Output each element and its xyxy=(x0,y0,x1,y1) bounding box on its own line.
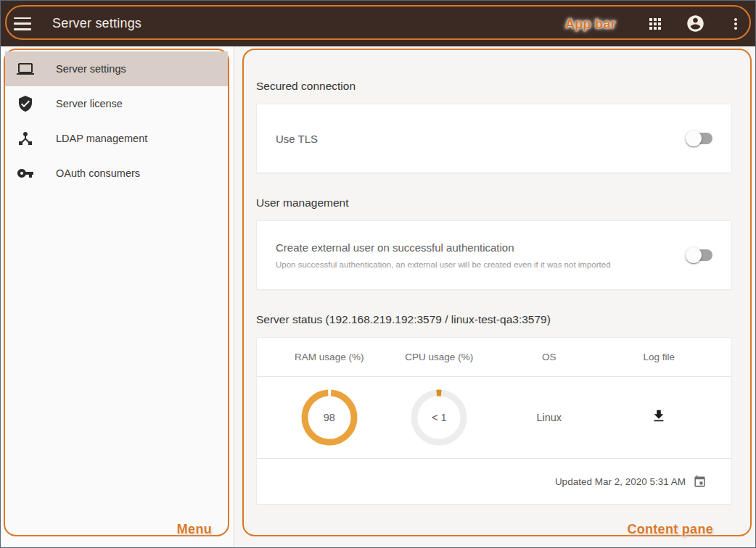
cpu-usage-donut: < 1 xyxy=(410,389,468,447)
status-table-row: 98 < 1 Linux xyxy=(257,377,731,459)
more-vert-icon[interactable] xyxy=(727,15,744,33)
status-table-header: RAM usage (%) CPU usage (%) OS Log file xyxy=(257,338,731,377)
page-title: Server settings xyxy=(52,16,141,31)
shield-check-icon xyxy=(17,95,34,112)
ram-usage-value: 98 xyxy=(300,389,358,447)
app-bar: Server settings App bar xyxy=(1,1,755,46)
sidebar-item-ldap-management[interactable]: LDAP management xyxy=(5,121,228,156)
menu-annotation-label: Menu xyxy=(177,522,212,537)
computer-icon xyxy=(17,60,34,78)
column-header-ram: RAM usage (%) xyxy=(274,352,385,362)
sidebar-item-server-license[interactable]: Server license xyxy=(5,86,228,121)
key-icon xyxy=(17,165,34,182)
create-external-user-label: Create external user on successful authe… xyxy=(276,241,635,254)
sidebar-item-label: LDAP management xyxy=(56,133,147,144)
server-status-heading: Server status (192.168.219.192:3579 / li… xyxy=(256,313,732,326)
create-external-user-toggle[interactable] xyxy=(686,247,712,263)
server-status-card: RAM usage (%) CPU usage (%) OS Log file … xyxy=(256,337,732,505)
sidebar-menu: Server settings Server license LDAP mana… xyxy=(1,46,234,547)
column-header-cpu: CPU usage (%) xyxy=(385,352,495,362)
app-bar-annotation-label: App bar xyxy=(565,17,616,32)
cpu-usage-value: < 1 xyxy=(410,389,468,447)
create-external-user-card: Create external user on successful authe… xyxy=(256,220,732,290)
download-log-button[interactable] xyxy=(651,408,667,424)
content-pane-annotation-label: Content pane xyxy=(627,522,713,537)
sidebar-item-label: OAuth consumers xyxy=(56,167,140,179)
download-icon xyxy=(651,408,667,424)
menu-hamburger-icon[interactable] xyxy=(14,17,31,30)
user-management-heading: User management xyxy=(256,196,732,209)
ram-usage-donut: 98 xyxy=(300,389,358,447)
account-circle-icon[interactable] xyxy=(686,14,705,33)
os-value: Linux xyxy=(536,412,562,423)
sidebar-item-label: Server settings xyxy=(56,63,126,75)
calendar-icon xyxy=(693,475,707,489)
use-tls-card: Use TLS xyxy=(256,104,732,173)
use-tls-label: Use TLS xyxy=(276,133,635,145)
use-tls-toggle[interactable] xyxy=(686,130,712,146)
column-header-logfile: Log file xyxy=(604,352,715,362)
content-pane: Secured connection Use TLS User manageme… xyxy=(234,46,755,547)
status-footer: Updated Mar 2, 2020 5:31 AM xyxy=(257,459,731,504)
apps-grid-icon[interactable] xyxy=(646,15,664,33)
sidebar-item-server-settings[interactable]: Server settings xyxy=(5,51,228,86)
hub-icon xyxy=(17,130,34,147)
sidebar-item-oauth-consumers[interactable]: OAuth consumers xyxy=(5,156,228,191)
sidebar-item-label: Server license xyxy=(56,98,123,109)
secured-connection-heading: Secured connection xyxy=(256,80,732,93)
column-header-os: OS xyxy=(494,352,604,362)
create-external-user-hint: Upon successful authentication, an exter… xyxy=(276,260,635,269)
updated-timestamp: Updated Mar 2, 2020 5:31 AM xyxy=(555,476,686,487)
refresh-date-button[interactable] xyxy=(693,475,707,489)
